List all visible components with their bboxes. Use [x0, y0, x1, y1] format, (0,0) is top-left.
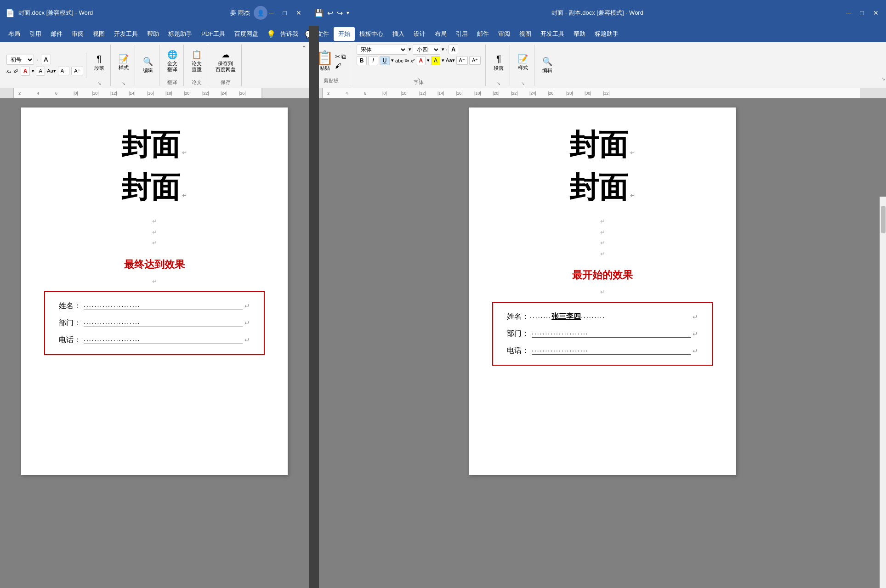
right-format-painter-icon[interactable]: 🖌 — [335, 62, 341, 69]
left-save-baidu-btn[interactable]: ☁ 保存到百度网盘 — [213, 48, 239, 74]
left-ruler: 2 4 6 |8| |10| |12| |14| |16| |18| |20| … — [0, 88, 309, 98]
right-para-marks: ↵↵↵↵ — [492, 216, 713, 259]
left-restore-btn[interactable]: □ — [279, 8, 290, 17]
left-doc-panel[interactable]: 封面 ↵ 封面 ↵ ↵↵↵ 最终达到效果 ↵ 姓名： ·············… — [0, 98, 309, 588]
left-info-box: 姓名： ····················· ↵ 部门： ········… — [44, 291, 265, 355]
svg-text:|8|: |8| — [382, 91, 387, 96]
left-minimize-btn[interactable]: ─ — [266, 8, 278, 17]
right-close-btn[interactable]: ✕ — [869, 8, 882, 17]
left-menu-title-helper[interactable]: 标题助手 — [164, 27, 197, 41]
left-ribbon-collapse[interactable]: ⌃ — [301, 44, 307, 52]
right-menu-template[interactable]: 模板中心 — [355, 27, 388, 41]
left-translate-btn[interactable]: 🌐 全文翻译 — [164, 48, 181, 74]
left-close-btn[interactable]: ✕ — [292, 8, 305, 17]
left-paper-btn[interactable]: 📋 论文查重 — [188, 48, 205, 74]
left-highlight-btn[interactable]: A — [36, 67, 45, 76]
left-font-grow[interactable]: A — [41, 55, 51, 64]
right-title-1-container: 封面 ↵ — [492, 126, 713, 164]
right-scrollbar[interactable] — [880, 197, 886, 588]
left-paragraph-btn[interactable]: ¶ 段落 — [91, 52, 108, 73]
right-font-name-select[interactable]: 宋体 — [357, 45, 407, 55]
right-info-row-phone: 电话： ····················· ↵ — [507, 346, 698, 356]
left-paragraph-group: ¶ 段落 ↘ — [88, 45, 111, 86]
right-scroll-thumb[interactable] — [881, 206, 886, 233]
right-redo-icon[interactable]: ↪ — [337, 9, 343, 17]
svg-rect-0 — [0, 88, 14, 98]
right-return-mark-2: ↵ — [630, 192, 636, 199]
right-save-icon[interactable]: 💾 — [314, 9, 324, 17]
left-styles-btn[interactable]: 📝 样式 — [115, 52, 132, 73]
left-font-color-btn[interactable]: A — [21, 67, 30, 76]
left-translate-group-label: 翻译 — [167, 79, 177, 86]
svg-text:|26|: |26| — [239, 91, 246, 96]
right-menu-review[interactable]: 审阅 — [494, 27, 515, 41]
right-font-color-btn[interactable]: A — [416, 56, 426, 65]
left-menu-review[interactable]: 审阅 — [67, 27, 88, 41]
right-menu-insert[interactable]: 插入 — [388, 27, 409, 41]
right-restore-btn[interactable]: □ — [857, 8, 868, 17]
left-title-bar: 📄 封面.docx [兼容模式] - Word 姜 雨杰 👤 ─ □ ✕ — [0, 0, 309, 26]
right-edit-btn[interactable]: 🔍 编辑 — [539, 55, 556, 75]
right-info-box: 姓名： ········ 张三李四 ········· ↵ 部门： ······… — [492, 302, 713, 366]
right-underline-btn[interactable]: U — [380, 56, 390, 65]
svg-rect-1 — [262, 88, 309, 98]
right-copy-icon: ⧉ — [341, 53, 346, 61]
right-undo-icon[interactable]: ↩ — [327, 9, 333, 17]
right-dept-label: 部门： — [507, 329, 530, 339]
left-translate-label: 全文翻译 — [167, 61, 177, 73]
left-font-size-select[interactable]: 初号 — [6, 55, 34, 65]
right-menu-start[interactable]: 开始 — [334, 27, 355, 41]
right-menu-help[interactable]: 帮助 — [569, 27, 590, 41]
left-menu-layout[interactable]: 布局 — [4, 27, 25, 41]
svg-text:4: 4 — [37, 91, 39, 96]
svg-text:|20|: |20| — [184, 91, 191, 96]
svg-text:|18|: |18| — [165, 91, 172, 96]
right-menu-layout[interactable]: 布局 — [430, 27, 451, 41]
right-menu-title-helper[interactable]: 标题助手 — [590, 27, 623, 41]
left-menu-baidu[interactable]: 百度网盘 — [230, 27, 263, 41]
right-menu-design[interactable]: 设计 — [409, 27, 430, 41]
right-minimize-btn[interactable]: ─ — [843, 8, 855, 17]
right-paragraph-btn[interactable]: ¶ 段落 — [490, 52, 507, 73]
right-font-shrink[interactable]: A⁻ — [456, 56, 468, 65]
paste-label: 粘贴 — [320, 65, 330, 72]
left-menu-lightbulb: 💡 — [267, 30, 276, 39]
right-bold-btn[interactable]: B — [357, 56, 367, 65]
left-paper-group: 📋 论文查重 论文 — [186, 45, 208, 86]
left-menu-help[interactable]: 帮助 — [142, 27, 164, 41]
left-font-grow2[interactable]: A⁺ — [71, 67, 83, 75]
right-font-grow[interactable]: A — [449, 45, 458, 54]
left-menu-view[interactable]: 视图 — [88, 27, 109, 41]
right-name-text: 张三李四 — [551, 312, 581, 322]
right-ribbon: 📋 粘贴 ✂ ⧉ 🖌 剪贴板 ↘ 宋体 ▾ — [309, 42, 886, 88]
right-doc-panel[interactable]: 封面 ↵ 封面 ↵ ↵↵↵↵ 最开始的效果 ↵ 姓名： ········ 张三李… — [319, 98, 886, 588]
left-menu-pdf[interactable]: PDF工具 — [197, 27, 230, 41]
right-menu-devtools[interactable]: 开发工具 — [536, 27, 569, 41]
left-window-title: 封面.docx [兼容模式] - Word — [18, 9, 93, 17]
right-italic-btn[interactable]: I — [368, 56, 378, 65]
left-menu-tell-me[interactable]: 告诉我 — [276, 27, 303, 41]
svg-text:|28|: |28| — [566, 91, 573, 96]
left-menu-mail[interactable]: 邮件 — [46, 27, 67, 41]
right-menu-mail[interactable]: 邮件 — [472, 27, 494, 41]
left-edit-btn[interactable]: 🔍 编辑 — [140, 55, 156, 75]
right-highlight-color-btn[interactable]: A — [431, 56, 440, 65]
svg-text:|16|: |16| — [456, 91, 463, 96]
right-font-grow2[interactable]: A⁺ — [469, 56, 481, 65]
left-menu-reference[interactable]: 引用 — [25, 27, 46, 41]
right-menu-view[interactable]: 视图 — [515, 27, 536, 41]
right-paragraph-label: 段落 — [494, 65, 504, 71]
left-title-1-container: 封面 ↵ — [44, 126, 265, 164]
right-menu-reference[interactable]: 引用 — [451, 27, 472, 41]
left-cover-title-2: 封面 — [121, 171, 180, 204]
left-dept-return: ↵ — [244, 319, 250, 327]
left-edit-label: 编辑 — [143, 68, 153, 74]
right-styles-btn[interactable]: 📝 样式 — [515, 52, 531, 73]
left-title-2-container: 封面 ↵ — [44, 169, 265, 207]
left-font-shrink[interactable]: A⁻ — [58, 67, 69, 75]
left-phone-return: ↵ — [244, 336, 250, 344]
right-name-dots-after: ········· — [581, 313, 693, 321]
right-font-size-select[interactable]: 小四 — [413, 45, 440, 55]
left-menu-devtools[interactable]: 开发工具 — [109, 27, 142, 41]
left-phone-dots: ····················· — [84, 336, 243, 344]
